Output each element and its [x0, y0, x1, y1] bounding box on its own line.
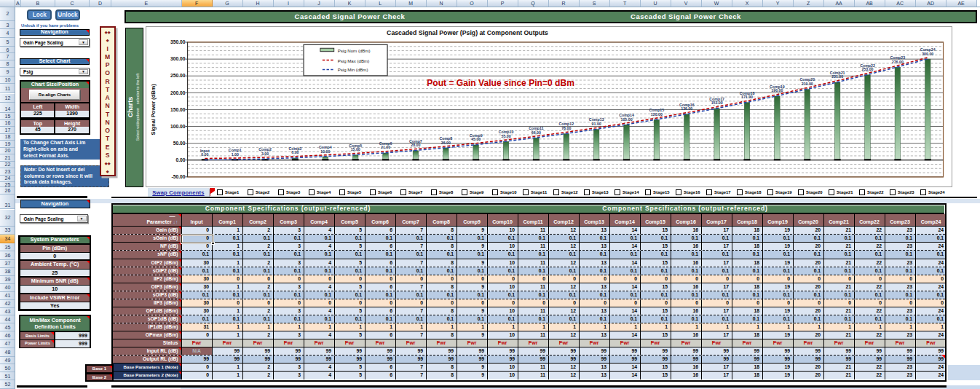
svg-text:1.00: 1.00: [232, 152, 239, 157]
svg-text:10.00: 10.00: [320, 149, 330, 154]
svg-text:136.00: 136.00: [681, 106, 692, 111]
svg-text:0.00: 0.00: [201, 152, 208, 157]
svg-text:190.00: 190.00: [771, 88, 783, 93]
svg-text:0.00: 0.00: [175, 157, 185, 162]
svg-text:Pout = Gain Value since Pin=0: Pout = Gain Value since Pin=0 dBm: [427, 78, 574, 88]
svg-text:Psig Nom (dBm): Psig Nom (dBm): [338, 48, 371, 53]
svg-text:350.00: 350.00: [170, 39, 186, 44]
svg-text:28.00: 28.00: [411, 143, 420, 147]
svg-text:55.00: 55.00: [501, 134, 510, 138]
svg-text:15.00: 15.00: [351, 147, 360, 152]
svg-text:300.00: 300.00: [922, 52, 933, 56]
svg-text:300.00: 300.00: [170, 56, 186, 61]
svg-text:253.00: 253.00: [861, 67, 873, 71]
svg-text:231.00: 231.00: [831, 74, 843, 79]
svg-text:45.00: 45.00: [471, 137, 481, 141]
svg-text:21.00: 21.00: [381, 145, 390, 149]
svg-text:Psig Max (dBm): Psig Max (dBm): [338, 58, 370, 63]
svg-text:3.00: 3.00: [261, 152, 269, 156]
svg-text:276.00: 276.00: [892, 60, 904, 64]
svg-text:6.00: 6.00: [291, 150, 299, 154]
svg-text:120.00: 120.00: [651, 112, 663, 117]
svg-text:78.00: 78.00: [561, 126, 571, 130]
svg-text:200.00: 200.00: [170, 90, 186, 95]
svg-text:66.00: 66.00: [532, 130, 541, 135]
svg-text:36.00: 36.00: [441, 141, 451, 145]
svg-text:210.00: 210.00: [802, 82, 813, 86]
svg-text:153.00: 153.00: [711, 101, 723, 105]
svg-text:105.00: 105.00: [620, 117, 632, 122]
svg-text:Signal Power (dBm): Signal Power (dBm): [150, 84, 157, 135]
svg-text:Psig Min (dBm): Psig Min (dBm): [338, 67, 368, 72]
svg-text:150.00: 150.00: [170, 107, 186, 112]
svg-text:-50.00: -50.00: [172, 174, 186, 179]
svg-text:50.00: 50.00: [173, 141, 186, 146]
svg-text:100.00: 100.00: [170, 124, 186, 129]
svg-text:171.00: 171.00: [741, 95, 753, 99]
svg-text:Cascaded Signal Power (Psig) a: Cascaded Signal Power (Psig) at Componen…: [387, 29, 548, 36]
svg-text:91.00: 91.00: [592, 122, 601, 126]
svg-text:250.00: 250.00: [170, 74, 186, 79]
